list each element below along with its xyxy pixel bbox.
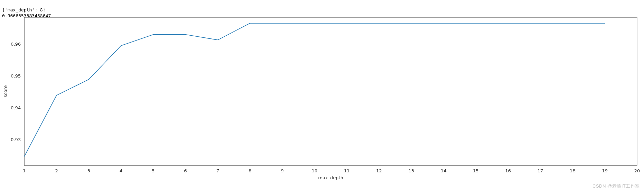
x-tick-label: 4 — [120, 168, 122, 173]
x-tick-label: 6 — [184, 168, 187, 173]
line-chart: 12345678910111213141516171819200.930.940… — [0, 13, 644, 188]
y-tick-label: 0.95 — [11, 73, 21, 79]
x-tick-label: 7 — [216, 168, 219, 173]
x-tick-label: 10 — [312, 168, 317, 173]
x-tick-label: 1 — [23, 168, 26, 173]
x-tick-label: 17 — [538, 168, 543, 173]
y-tick-label: 0.94 — [11, 105, 21, 110]
output-line-1: {'max_depth': 8} — [2, 7, 45, 12]
x-tick-label: 13 — [408, 168, 414, 173]
x-tick-label: 3 — [87, 168, 90, 173]
x-tick-label: 19 — [602, 168, 608, 173]
x-tick-label: 9 — [281, 168, 284, 173]
y-tick-label: 0.93 — [11, 137, 21, 142]
y-axis-label: score — [3, 85, 8, 98]
x-tick-label: 8 — [249, 168, 251, 173]
watermark: CSDN @老狼IT工作室 — [592, 183, 640, 189]
x-tick-label: 15 — [473, 168, 479, 173]
svg-rect-0 — [24, 17, 637, 165]
x-tick-label: 14 — [441, 168, 446, 173]
x-tick-label: 11 — [344, 168, 350, 173]
x-axis-label: max_depth — [318, 175, 343, 180]
x-tick-label: 20 — [634, 168, 640, 173]
chart-container: 12345678910111213141516171819200.930.940… — [0, 13, 644, 188]
data-series-line — [24, 23, 605, 156]
x-tick-label: 18 — [570, 168, 576, 173]
x-tick-label: 5 — [152, 168, 155, 173]
x-tick-label: 12 — [376, 168, 382, 173]
y-tick-label: 0.96 — [11, 42, 21, 47]
x-tick-label: 2 — [55, 168, 58, 173]
x-tick-label: 16 — [505, 168, 511, 173]
